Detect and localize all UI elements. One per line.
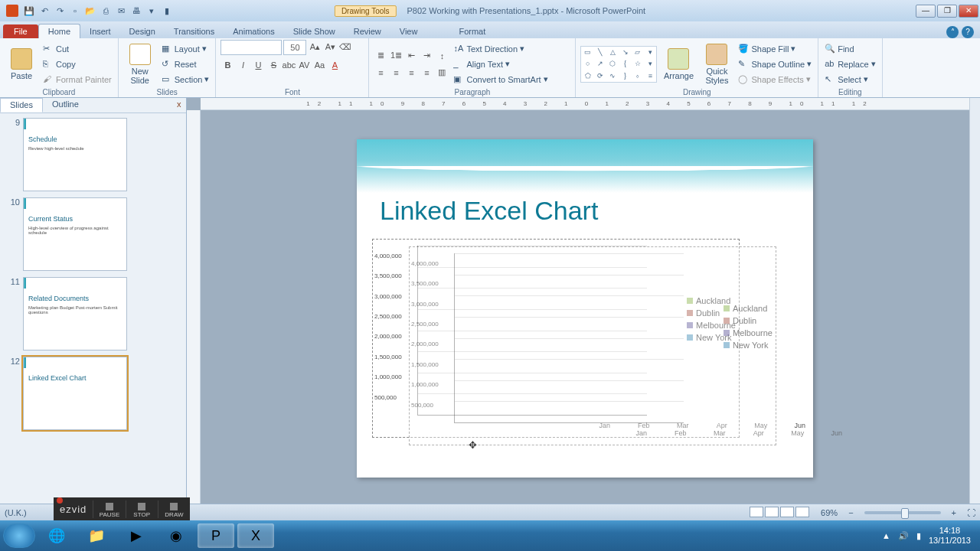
arrange-button[interactable]: Arrange bbox=[660, 41, 697, 87]
slide-title[interactable]: Linked Excel Chart bbox=[380, 196, 598, 226]
zoom-in-button[interactable]: + bbox=[952, 508, 956, 517]
tray-battery-icon[interactable]: ▮ bbox=[916, 531, 921, 541]
replace-button[interactable]: abReplace ▾ bbox=[823, 57, 877, 71]
file-tab[interactable]: File bbox=[3, 24, 38, 38]
close-pane-button[interactable]: x bbox=[168, 98, 186, 112]
language-indicator[interactable]: (U.K.) bbox=[5, 508, 27, 517]
tab-outline[interactable]: Outline bbox=[43, 98, 88, 112]
bold-button[interactable]: B bbox=[220, 58, 234, 72]
convert-smartart-button[interactable]: ▣Convert to SmartArt ▾ bbox=[452, 72, 549, 86]
clear-format-icon[interactable]: ⌫ bbox=[338, 40, 352, 54]
qat-icon[interactable]: ✉ bbox=[115, 5, 127, 17]
quick-styles-button[interactable]: Quick Styles bbox=[700, 41, 733, 87]
shape-fill-button[interactable]: 🪣Shape Fill ▾ bbox=[737, 41, 813, 56]
grow-font-icon[interactable]: A▴ bbox=[308, 40, 322, 54]
tab-design[interactable]: Design bbox=[120, 24, 165, 38]
close-button[interactable]: ✕ bbox=[959, 5, 978, 18]
text-direction-button[interactable]: ↕AText Direction ▾ bbox=[452, 41, 549, 56]
print-icon[interactable]: 🖶 bbox=[130, 5, 142, 17]
save-icon[interactable]: 💾 bbox=[23, 5, 35, 17]
slideshow-view-button[interactable] bbox=[795, 507, 809, 517]
taskbar-excel[interactable]: X bbox=[237, 523, 274, 548]
zoom-slider[interactable] bbox=[864, 511, 941, 514]
slide[interactable]: Linked Excel Chart 500,0001,000,0001,500… bbox=[357, 139, 813, 478]
help-icon[interactable]: ? bbox=[962, 26, 974, 38]
taskbar-powerpoint[interactable]: P bbox=[198, 523, 234, 548]
new-icon[interactable]: ▫ bbox=[69, 5, 81, 17]
align-text-button[interactable]: ⎯Align Text ▾ bbox=[452, 57, 549, 71]
indent-icon[interactable]: ⇥ bbox=[420, 49, 433, 63]
minimize-button[interactable]: — bbox=[916, 5, 936, 18]
undo-icon[interactable]: ↶ bbox=[38, 5, 51, 17]
taskbar-media[interactable]: ▶ bbox=[118, 523, 155, 548]
taskbar-ie[interactable]: 🌐 bbox=[38, 523, 75, 548]
find-button[interactable]: 🔍Find bbox=[823, 41, 877, 56]
justify-icon[interactable]: ≡ bbox=[420, 66, 433, 80]
qat-icon[interactable]: ⎙ bbox=[100, 5, 112, 17]
tab-slides[interactable]: Slides bbox=[0, 98, 43, 112]
columns-icon[interactable]: ▥ bbox=[435, 66, 449, 80]
tab-slideshow[interactable]: Slide Show bbox=[284, 24, 345, 38]
tab-home[interactable]: Home bbox=[38, 24, 80, 38]
taskbar-explorer[interactable]: 📁 bbox=[78, 523, 115, 548]
tab-review[interactable]: Review bbox=[345, 24, 390, 38]
linked-chart-drag-ghost[interactable]: 500,0001,000,0001,500,0002,000,0002,500,… bbox=[409, 246, 776, 445]
outdent-icon[interactable]: ⇤ bbox=[404, 49, 418, 63]
shadow-button[interactable]: abc bbox=[282, 58, 296, 72]
shape-outline-button[interactable]: ✎Shape Outline ▾ bbox=[737, 57, 813, 71]
maximize-button[interactable]: ❐ bbox=[937, 5, 957, 18]
minimize-ribbon-icon[interactable]: ˄ bbox=[946, 26, 959, 38]
select-button[interactable]: ↖Select ▾ bbox=[823, 72, 877, 86]
reset-button[interactable]: ↺Reset bbox=[160, 57, 211, 71]
section-button[interactable]: ▭Section ▾ bbox=[160, 72, 211, 86]
taskbar-chrome[interactable]: ◉ bbox=[158, 523, 194, 548]
paste-button[interactable]: Paste bbox=[5, 41, 38, 87]
qat-dropdown-icon[interactable]: ▾ bbox=[145, 5, 158, 17]
tray-network-icon[interactable]: 🔊 bbox=[898, 531, 909, 541]
align-center-icon[interactable]: ≡ bbox=[389, 66, 403, 80]
slide-thumbnail[interactable]: 10 Current StatusHigh-level overview of … bbox=[6, 197, 183, 271]
sorter-view-button[interactable] bbox=[765, 507, 779, 517]
chart-icon[interactable]: ▮ bbox=[161, 5, 173, 17]
numbering-icon[interactable]: 1≣ bbox=[389, 49, 403, 63]
zoom-out-button[interactable]: − bbox=[848, 508, 853, 517]
shapes-gallery[interactable]: ▭╲△↘▱▾ ○↗⬡{☆▾ ⬠⟳∿}⬨≡ bbox=[580, 46, 657, 83]
font-size-combo[interactable]: 50 bbox=[283, 40, 306, 55]
spacing-button[interactable]: AV bbox=[297, 58, 311, 72]
shape-effects-button[interactable]: ◯Shape Effects ▾ bbox=[737, 72, 813, 86]
bullets-icon[interactable]: ≣ bbox=[374, 49, 387, 63]
font-color-button[interactable]: A bbox=[328, 58, 341, 72]
new-slide-button[interactable]: New Slide bbox=[123, 41, 157, 87]
italic-button[interactable]: I bbox=[236, 58, 250, 72]
tab-insert[interactable]: Insert bbox=[80, 24, 120, 38]
tab-format[interactable]: Format bbox=[449, 24, 495, 38]
taskbar-clock[interactable]: 14:1813/11/2013 bbox=[929, 526, 971, 546]
start-button[interactable] bbox=[3, 523, 35, 548]
tab-view[interactable]: View bbox=[390, 24, 427, 38]
tab-animations[interactable]: Animations bbox=[224, 24, 283, 38]
copy-button[interactable]: ⎘Copy bbox=[41, 57, 113, 71]
cut-button[interactable]: ✂Cut bbox=[41, 41, 113, 56]
shrink-font-icon[interactable]: A▾ bbox=[323, 40, 337, 54]
vertical-scrollbar[interactable] bbox=[969, 98, 980, 507]
slide-thumbnail[interactable]: 11 Related DocumentsMarketing plan Budge… bbox=[6, 277, 183, 350]
slide-thumbnail[interactable]: 9 ScheduleReview high-level schedule bbox=[6, 118, 183, 191]
recorder-draw-button[interactable]: DRAW bbox=[158, 500, 190, 518]
format-painter-button[interactable]: 🖌Format Painter bbox=[41, 72, 113, 86]
align-left-icon[interactable]: ≡ bbox=[374, 66, 387, 80]
font-family-combo[interactable] bbox=[220, 40, 282, 55]
recorder-pause-button[interactable]: PAUSE bbox=[93, 500, 125, 518]
strike-button[interactable]: S bbox=[266, 58, 280, 72]
zoom-level[interactable]: 69% bbox=[821, 508, 838, 517]
recorder-stop-button[interactable]: STOP bbox=[126, 500, 158, 518]
reading-view-button[interactable] bbox=[780, 507, 794, 517]
normal-view-button[interactable] bbox=[750, 507, 763, 517]
fit-window-button[interactable]: ⛶ bbox=[967, 508, 975, 517]
align-right-icon[interactable]: ≡ bbox=[404, 66, 418, 80]
case-button[interactable]: Aa bbox=[312, 58, 326, 72]
tray-flag-icon[interactable]: ▲ bbox=[882, 531, 890, 540]
linespacing-icon[interactable]: ↕ bbox=[435, 49, 449, 63]
slide-thumbnail[interactable]: 12 Linked Excel Chart bbox=[6, 357, 183, 430]
tab-transitions[interactable]: Transitions bbox=[165, 24, 224, 38]
redo-icon[interactable]: ↷ bbox=[54, 5, 66, 17]
